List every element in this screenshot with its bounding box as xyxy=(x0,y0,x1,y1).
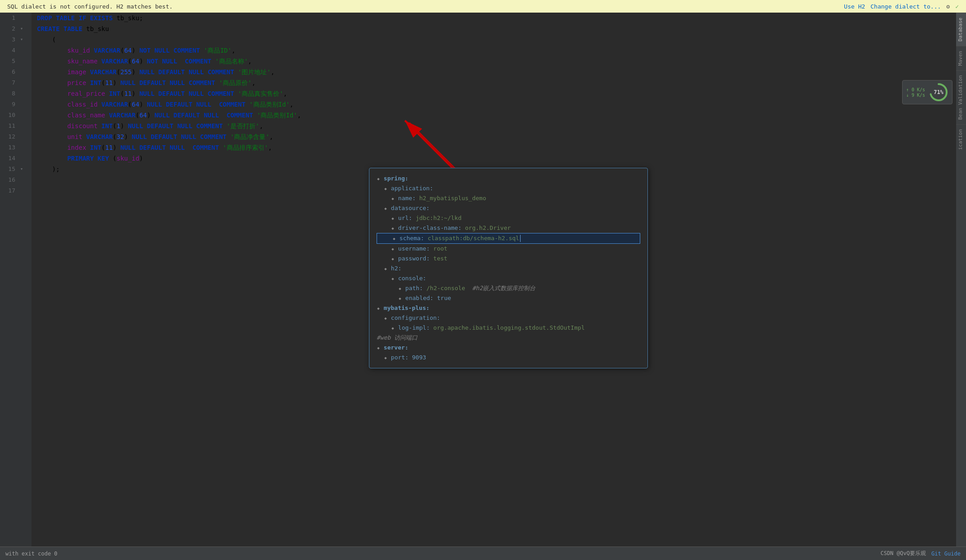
yaml-line-mybatis: ⬥ mybatis-plus: xyxy=(377,303,640,313)
warning-text: SQL dialect is not configured. H2 matche… xyxy=(7,3,173,10)
yaml-line-schema[interactable]: ⬥ schema: classpath:db/schema-h2.sql xyxy=(377,233,640,244)
yaml-line-h2: ⬥ h2: xyxy=(377,264,640,273)
network-down: ↓ 9 K/s xyxy=(906,93,925,98)
yaml-line-url: ⬥ url: jdbc:h2:~/lkd xyxy=(377,213,640,223)
yaml-line-application: ⬥ application: xyxy=(377,184,640,193)
checkmark-icon: ✓ xyxy=(955,3,959,10)
code-line-10: class_name VARCHAR(64) NULL DEFAULT NULL… xyxy=(37,110,961,121)
yaml-line-log-impl: ⬥ log-impl: org.apache.ibatis.logging.st… xyxy=(377,323,640,333)
yaml-line-port: ⬥ port: 9093 xyxy=(377,353,640,363)
yaml-line-password: ⬥ password: test xyxy=(377,254,640,264)
right-sidebar: Database Maven Bean Validation ication xyxy=(956,13,966,547)
code-line-14: PRIMARY KEY (sku_id) xyxy=(37,153,961,164)
fold-btn-2[interactable]: ▾ xyxy=(18,23,25,34)
use-h2-link[interactable]: Use H2 xyxy=(844,3,865,10)
code-line-1: DROP TABLE IF EXISTS tb_sku; xyxy=(37,13,961,23)
code-line-4: sku_id VARCHAR(64) NOT NULL COMMENT '商品I… xyxy=(37,45,961,56)
config-icon[interactable]: ⚙ xyxy=(946,3,950,10)
yaml-line-path: ⬥ path: /h2-console #h2嵌入式数据库控制台 xyxy=(377,283,640,293)
yaml-line-web-comment: #web 访问端口 xyxy=(377,333,640,343)
yaml-popup[interactable]: ⬥ spring: ⬥ application: ⬥ name: h2_myba… xyxy=(369,168,648,368)
network-widget: ↑ 0 K/s ↓ 9 K/s 71% xyxy=(902,80,953,104)
code-line-5: sku_name VARCHAR(64) NOT NULL COMMENT '商… xyxy=(37,56,961,67)
status-exit-code: with exit code 0 xyxy=(5,551,58,557)
code-line-6: image VARCHAR(255) NULL DEFAULT NULL COM… xyxy=(37,67,961,77)
code-line-7: price INT(11) NULL DEFAULT NULL COMMENT … xyxy=(37,77,961,88)
yaml-line-name: ⬥ name: h2_mybatisplus_demo xyxy=(377,193,640,203)
cpu-percent: 71% xyxy=(934,89,944,95)
sidebar-tab-maven[interactable]: Maven xyxy=(956,46,966,70)
code-line-13: index INT(11) NULL DEFAULT NULL COMMENT … xyxy=(37,142,961,153)
code-line-3: ( xyxy=(37,34,961,45)
yaml-line-server: ⬥ server: xyxy=(377,343,640,353)
sidebar-tab-ication[interactable]: ication xyxy=(956,124,966,154)
status-git-guide[interactable]: Git Guide xyxy=(931,551,961,557)
yaml-line-datasource: ⬥ datasource: xyxy=(377,203,640,213)
code-line-12: unit VARCHAR(32) NULL DEFAULT NULL COMME… xyxy=(37,131,961,142)
yaml-line-console: ⬥ console: xyxy=(377,273,640,283)
fold-btn-3[interactable]: ▾ xyxy=(18,34,25,45)
cpu-gauge: 71% xyxy=(929,82,948,102)
yaml-line-configuration: ⬥ configuration: xyxy=(377,313,640,323)
sidebar-tab-bean[interactable]: Bean Validation xyxy=(956,70,966,124)
status-csdn: CSDN @QvQ要乐观 xyxy=(881,550,926,557)
network-up: ↑ 0 K/s xyxy=(906,87,925,92)
yaml-line-username: ⬥ username: root xyxy=(377,244,640,254)
yaml-line-enabled: ⬥ enabled: true xyxy=(377,293,640,303)
sidebar-tab-database[interactable]: Database xyxy=(956,13,966,46)
change-dialect-link[interactable]: Change dialect to... xyxy=(871,3,941,10)
yaml-line-spring: ⬥ spring: xyxy=(377,174,640,184)
top-bar: SQL dialect is not configured. H2 matche… xyxy=(0,0,966,13)
line-numbers-gutter: 1 2▾ 3▾ 4 5 6 7 8 9 10 11 12 13 14 15▾ 1… xyxy=(0,13,31,547)
code-line-9: class_id VARCHAR(64) NULL DEFAULT NULL C… xyxy=(37,99,961,110)
yaml-line-driver: ⬥ driver-class-name: org.h2.Driver xyxy=(377,223,640,233)
code-line-2: CREATE TABLE tb_sku xyxy=(37,23,961,34)
code-line-8: real_price INT(11) NULL DEFAULT NULL COM… xyxy=(37,88,961,99)
code-line-11: discount INT(1) NULL DEFAULT NULL COMMEN… xyxy=(37,121,961,131)
status-bar: with exit code 0 CSDN @QvQ要乐观 Git Guide xyxy=(0,547,966,560)
fold-btn-15[interactable]: ▾ xyxy=(18,164,25,175)
